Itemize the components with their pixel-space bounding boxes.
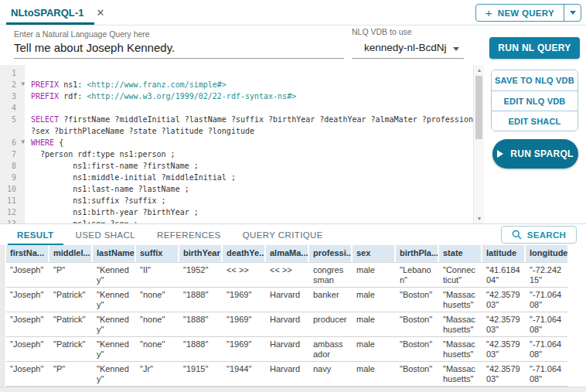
scroll-down-icon[interactable]: ▼	[474, 214, 484, 223]
table-cell: "41.618404"	[482, 263, 524, 287]
table-cell: male	[353, 337, 394, 361]
table-cell: "none"	[136, 312, 178, 336]
nl-query-input[interactable]: Tell me about Joseph Kennedy.	[14, 41, 344, 59]
results-panel: firstNa...middleI...lastNamesuffixbirthY…	[0, 245, 586, 392]
code-text: ?sex ?birthPlaceName ?state ?latitude ?l…	[25, 125, 254, 137]
table-row[interactable]: "Joseph""Patrick""Kennedy""none""1888""1…	[6, 288, 567, 312]
table-cell: navy	[309, 362, 351, 386]
table-cell: "1888"	[179, 312, 221, 336]
table-cell: "Joseph"	[6, 312, 48, 336]
line-number: 12	[0, 206, 25, 218]
code-line[interactable]: 8 ns1:first-name ?firstName ;	[0, 160, 473, 172]
column-header[interactable]: sex	[353, 245, 394, 262]
line-number: 8	[0, 160, 25, 172]
results-tab-query-critique[interactable]: QUERY CRITIQUE	[232, 224, 334, 245]
table-row[interactable]: "Joseph""Patrick""Kennedy""none""1888""1…	[6, 337, 567, 362]
vdb-select-label: NLQ VDB to use	[352, 27, 412, 36]
code-text: PREFIX rdf: <http://www.w3.org/1999/02/2…	[25, 90, 296, 102]
run-sparql-label: RUN SPARQL	[510, 148, 573, 159]
table-cell: "Massachusetts"	[439, 312, 481, 336]
search-button[interactable]: SEARCH	[501, 226, 577, 244]
code-line[interactable]: 12 ns1:birth-year ?birthYear ;	[0, 206, 473, 218]
code-line[interactable]: 10 ns1:last-name ?lastName ;	[0, 183, 473, 195]
editor-scrollbar[interactable]: ▲ ▼	[473, 65, 484, 224]
table-cell: male	[353, 312, 394, 336]
code-text: ns1:first-name ?firstName ;	[25, 160, 199, 172]
results-tab-used-shacl[interactable]: USED SHACL	[65, 224, 147, 245]
code-line[interactable]: 7 ?person rdf:type ns1:person ;	[0, 148, 473, 160]
fold-arrow-icon[interactable]: ▼	[21, 136, 25, 148]
column-header[interactable]: almaMa...	[266, 245, 308, 262]
line-number: 3	[0, 90, 25, 102]
table-cell: "1969"	[223, 288, 264, 312]
table-cell: "Lebanon"	[396, 263, 438, 287]
code-text: PREFIX ns1: <http://www.franz.com/simple…	[25, 79, 227, 90]
table-cell: << >>	[266, 263, 308, 287]
query-tab-title: NLtoSPARQL-1	[11, 7, 83, 19]
query-form: Enter a Natural Language Query here Tell…	[0, 26, 586, 65]
fold-arrow-icon[interactable]: ▼	[21, 78, 25, 90]
scroll-up-icon[interactable]: ▲	[474, 66, 484, 75]
code-text: ?person rdf:type ns1:person ;	[25, 148, 175, 160]
table-header-row: firstNa...middleI...lastNamesuffixbirthY…	[6, 245, 567, 263]
code-line[interactable]: 6▼WHERE {	[0, 137, 473, 148]
chevron-down-icon	[453, 47, 459, 51]
column-header[interactable]: birthYear	[179, 245, 221, 262]
code-line[interactable]: 3PREFIX rdf: <http://www.w3.org/1999/02/…	[0, 90, 473, 102]
table-cell: congressman	[309, 263, 351, 287]
run-nl-query-button[interactable]: RUN NL QUERY	[489, 37, 580, 59]
search-icon	[512, 230, 522, 240]
column-header[interactable]: lastName	[93, 245, 135, 262]
table-cell: "Patrick"	[49, 312, 91, 336]
table-cell: "Patrick"	[49, 337, 91, 361]
edit-nlq-vdb-button[interactable]: EDIT NLQ VDB	[492, 90, 577, 111]
table-cell: "1888"	[179, 337, 221, 361]
code-text: ns1:last-name ?lastName ;	[25, 183, 189, 195]
code-line[interactable]: 11 ns1:suffix ?suffix ;	[0, 195, 473, 206]
table-cell: "1952"	[179, 263, 221, 287]
column-header[interactable]: deathYe...	[223, 245, 264, 262]
edit-shacl-button[interactable]: EDIT SHACL	[492, 111, 577, 131]
column-header[interactable]: middleI...	[49, 245, 91, 262]
table-cell: Harvard	[266, 362, 308, 386]
column-header[interactable]: longitude	[526, 245, 567, 262]
save-to-nlq-vdb-button[interactable]: SAVE TO NLQ VDB	[492, 70, 577, 90]
table-cell: "42.357903"	[482, 288, 524, 312]
code-line[interactable]: ?sex ?birthPlaceName ?state ?latitude ?l…	[0, 125, 473, 137]
column-header[interactable]: state	[439, 245, 481, 262]
table-cell: "Boston"	[396, 337, 438, 361]
code-line[interactable]: 1	[0, 67, 473, 79]
column-header[interactable]: suffix	[136, 245, 178, 262]
code-line[interactable]: 5SELECT ?firstName ?middleInitial ?lastN…	[0, 114, 473, 125]
column-header[interactable]: firstNa...	[6, 245, 48, 262]
table-cell: "1969"	[223, 337, 264, 361]
code-line[interactable]: 9 ns1:middle-initial ?middleInitial ;	[0, 172, 473, 183]
code-line[interactable]: 4	[0, 102, 473, 114]
vdb-select[interactable]: kennedy-nl-BcdNj	[352, 39, 464, 59]
table-cell: "Joseph"	[6, 263, 48, 287]
column-header[interactable]: birthPla...	[396, 245, 438, 262]
table-cell: "none"	[136, 288, 178, 312]
new-query-dropdown-button[interactable]	[564, 5, 581, 21]
table-cell: male	[353, 362, 394, 386]
new-query-split-button[interactable]: + NEW QUERY	[475, 4, 581, 22]
table-cell: "-71.06408"	[526, 312, 567, 336]
table-row[interactable]: "Joseph""P""Kennedy""II""1952"<< >><< >>…	[6, 263, 567, 288]
results-left-scrollbar[interactable]	[0, 245, 5, 387]
sparql-editor[interactable]: 12▼PREFIX ns1: <http://www.franz.com/sim…	[0, 65, 484, 224]
table-row[interactable]: "Joseph""Patrick""Kennedy""none""1888""1…	[6, 312, 567, 337]
column-header[interactable]: latitude	[482, 245, 524, 262]
results-tab-result[interactable]: RESULT	[6, 224, 65, 245]
table-cell: producer	[309, 312, 351, 336]
close-tab-icon[interactable]: ✕	[96, 8, 104, 18]
vdb-selected-value: kennedy-nl-BcdNj	[364, 42, 447, 53]
line-number: 10	[0, 183, 25, 195]
run-sparql-button[interactable]: RUN SPARQL	[492, 139, 578, 169]
table-row[interactable]: "Joseph""P""Kennedy""Jr""1915""1944"Harv…	[6, 362, 567, 387]
results-tab-references[interactable]: REFERENCES	[146, 224, 232, 245]
scrollbar-thumb[interactable]	[475, 76, 482, 139]
code-line[interactable]: 2▼PREFIX ns1: <http://www.franz.com/simp…	[0, 79, 473, 90]
table-cell: "1888"	[179, 288, 221, 312]
active-tab-indicator	[6, 22, 94, 25]
column-header[interactable]: professi...	[309, 245, 351, 262]
